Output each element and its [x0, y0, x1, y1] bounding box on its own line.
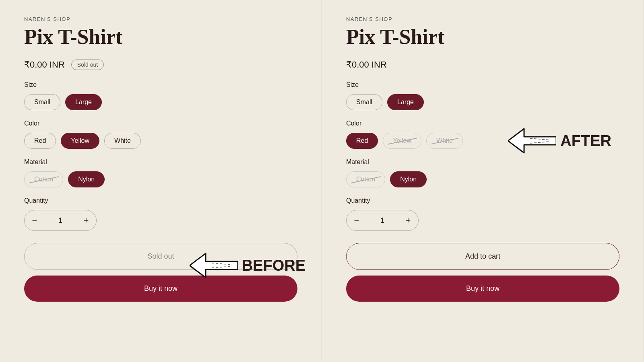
after-quantity-increase[interactable]: +	[398, 210, 418, 230]
before-panel: NAREN'S SHOP Pix T-Shirt ₹0.00 INR Sold …	[0, 0, 322, 362]
after-material-nylon[interactable]: Nylon	[390, 171, 427, 187]
before-size-label: Size	[24, 81, 297, 88]
before-size-small[interactable]: Small	[24, 94, 60, 110]
before-material-nylon[interactable]: Nylon	[68, 171, 105, 187]
after-buy-now-btn[interactable]: Buy it now	[346, 276, 619, 302]
after-material-label: Material	[346, 158, 619, 166]
after-shop-name: NAREN'S SHOP	[346, 16, 619, 22]
after-color-red[interactable]: Red	[346, 133, 378, 149]
after-quantity-decrease[interactable]: −	[347, 210, 367, 230]
after-size-options: Small Large	[346, 94, 619, 110]
after-quantity-section: Quantity − 1 +	[346, 197, 619, 231]
before-material-label: Material	[24, 158, 297, 166]
before-buy-now-btn[interactable]: Buy it now	[24, 276, 297, 302]
after-panel: NAREN'S SHOP Pix T-Shirt ₹0.00 INR Size …	[322, 0, 644, 362]
before-shop-name: NAREN'S SHOP	[24, 16, 297, 22]
before-color-label: Color	[24, 120, 297, 127]
before-quantity-decrease[interactable]: −	[25, 210, 45, 230]
before-material-options: Cotton Nylon	[24, 171, 297, 187]
after-size-label: Size	[346, 81, 619, 88]
before-color-red[interactable]: Red	[24, 133, 56, 149]
before-sold-out-badge: Sold out	[71, 60, 104, 70]
after-quantity-control: − 1 +	[346, 210, 419, 231]
before-sold-out-btn: Sold out	[24, 243, 297, 270]
before-price-row: ₹0.00 INR Sold out	[24, 60, 297, 70]
before-quantity-value: 1	[45, 216, 76, 225]
before-quantity-label: Quantity	[24, 197, 297, 204]
after-color-label: Color	[346, 120, 619, 127]
after-quantity-label: Quantity	[346, 197, 619, 204]
after-material-cotton[interactable]: Cotton	[346, 171, 385, 187]
before-price: ₹0.00 INR	[24, 60, 65, 70]
after-color-white[interactable]: White	[426, 133, 463, 149]
before-material-cotton[interactable]: Cotton	[24, 171, 63, 187]
after-color-yellow[interactable]: Yellow	[383, 133, 421, 149]
after-quantity-value: 1	[367, 216, 398, 225]
after-price-row: ₹0.00 INR	[346, 60, 619, 70]
after-product-title: Pix T-Shirt	[346, 25, 619, 48]
after-size-large[interactable]: Large	[387, 94, 424, 110]
after-action-buttons: Add to cart Buy it now	[346, 243, 619, 302]
before-color-options: Red Yellow White	[24, 133, 297, 149]
before-quantity-control: − 1 +	[24, 210, 97, 231]
after-add-cart-btn[interactable]: Add to cart	[346, 243, 619, 270]
after-color-options: Red Yellow White	[346, 133, 619, 149]
after-material-options: Cotton Nylon	[346, 171, 619, 187]
before-size-large[interactable]: Large	[65, 94, 102, 110]
before-product-title: Pix T-Shirt	[24, 25, 297, 48]
before-size-options: Small Large	[24, 94, 297, 110]
after-price: ₹0.00 INR	[346, 60, 387, 70]
before-color-yellow[interactable]: Yellow	[61, 133, 99, 149]
after-size-small[interactable]: Small	[346, 94, 382, 110]
before-action-buttons: Sold out Buy it now	[24, 243, 297, 302]
before-color-white[interactable]: White	[104, 133, 141, 149]
before-quantity-increase[interactable]: +	[76, 210, 96, 230]
before-quantity-section: Quantity − 1 +	[24, 197, 297, 231]
